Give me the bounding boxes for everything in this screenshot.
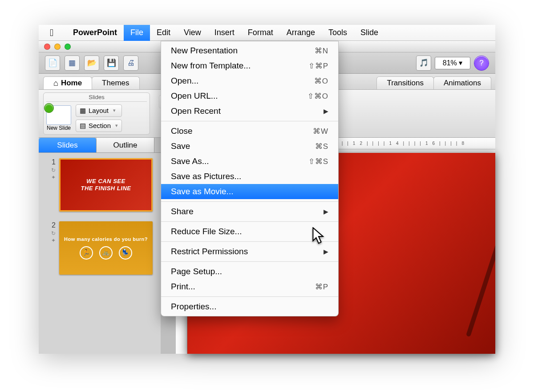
tab-themes[interactable]: Themes bbox=[92, 76, 139, 89]
help-icon[interactable]: ? bbox=[474, 56, 489, 71]
thumb-2[interactable]: How many calories do you burn? 🏃🚲💺 bbox=[59, 221, 153, 275]
menu-item-save-as-movie[interactable]: Save as Movie... bbox=[161, 184, 338, 199]
section-button[interactable]: ▤Section bbox=[76, 120, 122, 132]
layout-button[interactable]: ▦Layout bbox=[76, 104, 122, 117]
menu-item-save-as-pictures[interactable]: Save as Pictures... bbox=[161, 169, 338, 184]
gallery-icon[interactable]: ▦ bbox=[65, 56, 80, 71]
window-minimize-button[interactable] bbox=[54, 44, 61, 50]
play-icon: ↻ bbox=[51, 167, 56, 173]
menu-file[interactable]: File bbox=[124, 25, 150, 41]
menu-item-restrict-permissions[interactable]: Restrict Permissions▶ bbox=[161, 244, 338, 259]
menu-item-open-recent[interactable]: Open Recent▶ bbox=[161, 104, 338, 119]
menu-arrange[interactable]: Arrange bbox=[280, 25, 322, 41]
tab-animations[interactable]: Animations bbox=[433, 76, 491, 89]
tab-transitions[interactable]: Transitions bbox=[376, 76, 434, 89]
menu-item-print[interactable]: Print...⌘P bbox=[161, 279, 338, 294]
apple-menu[interactable]:  bbox=[43, 25, 60, 41]
slides-group-label: Slides bbox=[46, 94, 147, 102]
menu-item-new-from-template[interactable]: New from Template...⇧⌘P bbox=[161, 58, 338, 73]
menubar[interactable]:  PowerPoint File Edit View Insert Forma… bbox=[39, 25, 495, 41]
print-icon[interactable]: 🖨 bbox=[123, 56, 138, 71]
star-icon: ✦ bbox=[51, 174, 56, 180]
menu-tools[interactable]: Tools bbox=[322, 25, 354, 41]
zoom-level[interactable]: 81% ▾ bbox=[435, 57, 470, 69]
new-slide-button[interactable]: New Slide bbox=[46, 105, 71, 131]
menu-item-reduce-file-size[interactable]: Reduce File Size... bbox=[161, 224, 338, 239]
play-icon: ↻ bbox=[51, 230, 56, 236]
menu-item-new-presentation[interactable]: New Presentation⌘N bbox=[161, 43, 338, 58]
slide-thumbnails: 1↻✦ WE CAN SEE THE FINISH LINE 2↻✦ How m… bbox=[39, 153, 161, 354]
mouse-cursor-icon bbox=[312, 227, 325, 244]
panel-tab-outline[interactable]: Outline bbox=[97, 138, 154, 152]
menu-item-save-as[interactable]: Save As...⇧⌘S bbox=[161, 154, 338, 169]
new-doc-icon[interactable]: 📄 bbox=[45, 56, 60, 71]
window-zoom-button[interactable] bbox=[65, 44, 71, 50]
save-icon[interactable]: 💾 bbox=[104, 56, 119, 71]
menu-slide[interactable]: Slide bbox=[354, 25, 385, 41]
app-name[interactable]: PowerPoint bbox=[66, 25, 124, 41]
star-icon: ✦ bbox=[51, 237, 56, 244]
panel-tab-slides[interactable]: Slides bbox=[39, 138, 97, 152]
menu-insert[interactable]: Insert bbox=[208, 25, 241, 41]
media-icon[interactable]: 🎵 bbox=[416, 56, 431, 71]
window-close-button[interactable] bbox=[44, 44, 50, 50]
menu-item-open-url[interactable]: Open URL...⇧⌘O bbox=[161, 88, 338, 104]
file-dropdown[interactable]: New Presentation⌘NNew from Template...⇧⌘… bbox=[161, 41, 339, 316]
menu-format[interactable]: Format bbox=[241, 25, 280, 41]
thumb-number: 2 bbox=[52, 221, 56, 229]
menu-item-properties[interactable]: Properties... bbox=[161, 299, 338, 314]
menu-item-page-setup[interactable]: Page Setup... bbox=[161, 264, 338, 279]
slides-group: Slides New Slide ▦Layout ▤Section bbox=[43, 92, 150, 135]
menu-edit[interactable]: Edit bbox=[150, 25, 177, 41]
menu-item-save[interactable]: Save⌘S bbox=[161, 139, 338, 154]
menu-item-open[interactable]: Open...⌘O bbox=[161, 73, 338, 88]
thumb-1[interactable]: WE CAN SEE THE FINISH LINE bbox=[59, 158, 153, 212]
open-icon[interactable]: 📂 bbox=[84, 56, 99, 71]
menu-view[interactable]: View bbox=[177, 25, 208, 41]
menu-item-close[interactable]: Close⌘W bbox=[161, 124, 338, 139]
thumb-number: 1 bbox=[52, 158, 56, 166]
thumb-row-2[interactable]: 2↻✦ How many calories do you burn? 🏃🚲💺 bbox=[42, 221, 157, 275]
menu-item-share[interactable]: Share▶ bbox=[161, 204, 338, 219]
panel-tabs: Slides Outline bbox=[39, 138, 161, 153]
thumb-row-1[interactable]: 1↻✦ WE CAN SEE THE FINISH LINE bbox=[42, 158, 157, 212]
tab-home[interactable]: Home bbox=[43, 76, 92, 89]
